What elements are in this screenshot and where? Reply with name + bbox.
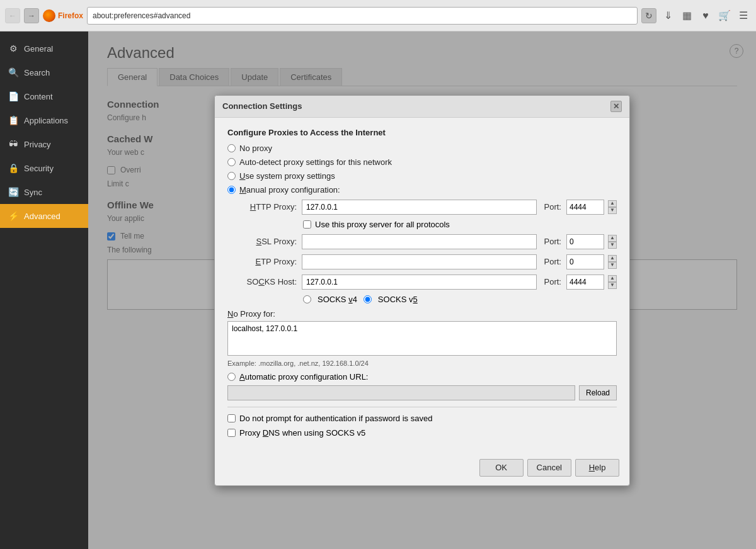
sidebar-item-advanced[interactable]: ⚡ Advanced xyxy=(0,204,88,228)
ftp-proxy-row: ETP Proxy: Port: ▲ ▼ xyxy=(240,254,617,269)
socks-port-spinner[interactable]: ▲ ▼ xyxy=(608,275,617,289)
sidebar-label-sync: Sync xyxy=(24,188,42,197)
ssl-port-label: Port: xyxy=(544,237,561,246)
ssl-proxy-label: SSL Proxy: xyxy=(240,237,297,246)
proxy-fields: HTTP Proxy: Port: ▲ ▼ Use xyxy=(240,200,617,304)
sidebar-item-security[interactable]: 🔒 Security xyxy=(0,156,88,180)
url-text: about:preferences#advanced xyxy=(93,11,190,20)
no-proxy-textarea[interactable]: localhost, 127.0.0.1 xyxy=(227,321,617,356)
use-for-all-label: Use this proxy server for all protocols xyxy=(315,220,450,229)
ftp-port-down[interactable]: ▼ xyxy=(608,262,617,269)
ssl-port-input[interactable] xyxy=(566,234,604,249)
sync-icon: 🔄 xyxy=(8,186,19,198)
http-port-down[interactable]: ▼ xyxy=(608,207,617,214)
download-icon[interactable]: ⇓ xyxy=(660,8,675,23)
main-layout: ⚙ General 🔍 Search 📄 Content 📋 Applicati… xyxy=(0,31,756,549)
ssl-proxy-input[interactable] xyxy=(302,234,537,249)
sidebar-item-applications[interactable]: 📋 Applications xyxy=(0,108,88,132)
divider xyxy=(227,407,617,407)
system-proxy-radio[interactable] xyxy=(227,172,236,180)
http-port-up[interactable]: ▲ xyxy=(608,200,617,207)
sidebar-item-privacy[interactable]: 🕶 Privacy xyxy=(0,132,88,156)
socks-host-input[interactable] xyxy=(302,274,537,290)
dialog-footer: OK Cancel Help xyxy=(215,453,629,485)
privacy-icon: 🕶 xyxy=(8,139,19,150)
auto-proxy-url-input[interactable] xyxy=(227,385,575,400)
dialog-close-button[interactable]: ✕ xyxy=(610,101,622,112)
use-for-all-row: Use this proxy server for all protocols xyxy=(303,220,617,229)
sidebar-label-security: Security xyxy=(24,164,54,173)
socks-v4-label: SOCKS v4 xyxy=(318,295,357,304)
dialog-body: Configure Proxies to Access the Internet… xyxy=(215,118,629,453)
sidebar-item-search[interactable]: 🔍 Search xyxy=(0,60,88,84)
address-bar[interactable]: about:preferences#advanced xyxy=(87,7,638,25)
reload-button[interactable]: Reload xyxy=(579,385,617,400)
pocket-icon[interactable]: ♥ xyxy=(698,8,713,23)
socks-host-row: SOCKS Host: Port: ▲ ▼ xyxy=(240,274,617,290)
search-icon: 🔍 xyxy=(8,67,19,78)
ssl-proxy-row: SSL Proxy: Port: ▲ ▼ xyxy=(240,234,617,249)
content-icon: 📄 xyxy=(8,91,19,102)
ssl-port-spinner[interactable]: ▲ ▼ xyxy=(608,235,617,249)
auto-detect-radio[interactable] xyxy=(227,158,236,166)
socks-version-row: SOCKS v4 SOCKS v5 xyxy=(303,295,617,304)
manual-proxy-option[interactable]: Manual proxy configuration: xyxy=(227,185,617,195)
ftp-port-label: Port: xyxy=(544,257,561,266)
http-proxy-input[interactable] xyxy=(302,200,537,215)
ok-button[interactable]: OK xyxy=(479,459,524,477)
security-icon: 🔒 xyxy=(8,162,19,174)
content-area: Advanced ? General Data Choices Update C… xyxy=(88,31,756,549)
no-auth-label: Do not prompt for authentication if pass… xyxy=(239,414,432,423)
sidebar-label-general: General xyxy=(24,44,53,54)
sidebar: ⚙ General 🔍 Search 📄 Content 📋 Applicati… xyxy=(0,31,88,549)
ssl-port-down[interactable]: ▼ xyxy=(608,242,617,249)
socks-v4-radio[interactable] xyxy=(303,295,311,303)
ssl-port-up[interactable]: ▲ xyxy=(608,235,617,242)
sidebar-item-general[interactable]: ⚙ General xyxy=(0,37,88,60)
sidebar-item-sync[interactable]: 🔄 Sync xyxy=(0,180,88,204)
back-button[interactable]: ← xyxy=(5,8,20,23)
forward-button[interactable]: → xyxy=(24,8,39,23)
ftp-proxy-input[interactable] xyxy=(302,254,537,269)
proxy-dns-checkbox[interactable] xyxy=(227,429,236,437)
auto-proxy-radio[interactable] xyxy=(227,373,236,381)
general-icon: ⚙ xyxy=(8,43,19,54)
no-proxy-radio[interactable] xyxy=(227,144,236,152)
windows-icon[interactable]: ▦ xyxy=(679,8,694,23)
socks-port-down[interactable]: ▼ xyxy=(608,282,617,289)
browser-chrome: ← → Firefox about:preferences#advanced ↻… xyxy=(0,0,756,31)
dialog-overlay: Connection Settings ✕ Configure Proxies … xyxy=(88,31,756,549)
socks-v5-label: SOCKS v5 xyxy=(378,295,418,304)
socks-port-up[interactable]: ▲ xyxy=(608,275,617,282)
http-port-input[interactable] xyxy=(566,200,604,215)
manual-proxy-radio[interactable] xyxy=(227,186,236,194)
auto-proxy-label: Automatic proxy configuration URL: xyxy=(239,372,368,382)
ftp-port-spinner[interactable]: ▲ ▼ xyxy=(608,255,617,269)
sidebar-label-applications: Applications xyxy=(24,116,68,125)
http-port-label: Port: xyxy=(544,202,561,212)
shopping-icon[interactable]: 🛒 xyxy=(717,8,732,23)
sidebar-item-content[interactable]: 📄 Content xyxy=(0,84,88,108)
http-proxy-row: HTTP Proxy: Port: ▲ ▼ xyxy=(240,200,617,215)
http-port-spinner[interactable]: ▲ ▼ xyxy=(608,200,617,214)
use-for-all-checkbox[interactable] xyxy=(303,220,311,229)
cancel-button[interactable]: Cancel xyxy=(527,459,571,477)
socks-port-input[interactable] xyxy=(566,274,604,290)
dialog-title: Connection Settings xyxy=(222,101,302,111)
socks-v5-radio[interactable] xyxy=(364,295,372,303)
no-proxy-section: No Proxy for: localhost, 127.0.0.1 Examp… xyxy=(227,309,617,367)
applications-icon: 📋 xyxy=(8,115,19,126)
auto-detect-option[interactable]: Auto-detect proxy settings for this netw… xyxy=(227,157,617,167)
system-proxy-option[interactable]: Use system proxy settings xyxy=(227,171,617,181)
no-auth-row: Do not prompt for authentication if pass… xyxy=(227,414,617,423)
sidebar-label-privacy: Privacy xyxy=(24,140,51,149)
reload-button[interactable]: ↻ xyxy=(641,8,656,23)
dialog-header: Connection Settings ✕ xyxy=(215,96,629,118)
no-proxy-option[interactable]: No proxy xyxy=(227,144,617,153)
ftp-port-up[interactable]: ▲ xyxy=(608,255,617,262)
ftp-port-input[interactable] xyxy=(566,254,604,269)
menu-icon[interactable]: ☰ xyxy=(736,8,751,23)
no-auth-checkbox[interactable] xyxy=(227,414,236,422)
socks-port-label: Port: xyxy=(544,277,561,286)
help-button[interactable]: Help xyxy=(575,459,619,477)
